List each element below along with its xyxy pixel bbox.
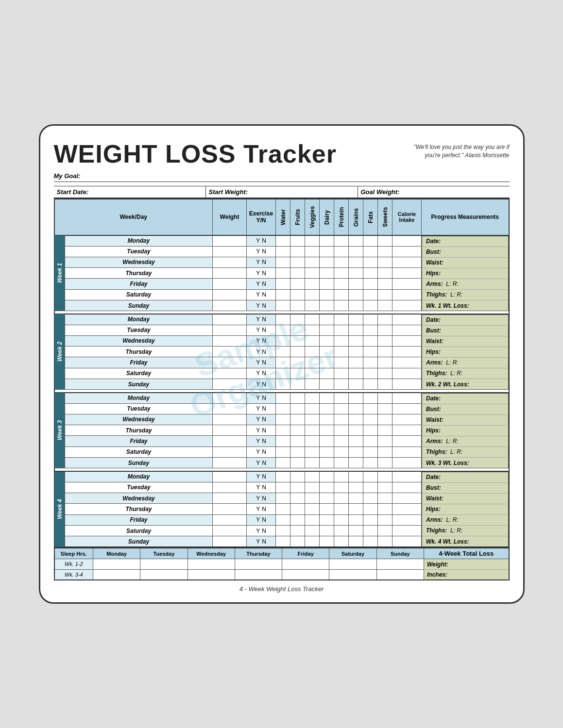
food-cell[interactable] bbox=[378, 289, 392, 300]
food-cell[interactable] bbox=[320, 325, 334, 335]
sleep-data-cell[interactable] bbox=[93, 569, 140, 580]
food-cell[interactable] bbox=[349, 289, 363, 300]
exercise-cell[interactable]: YN bbox=[247, 257, 276, 267]
food-cell[interactable] bbox=[363, 425, 378, 436]
exercise-cell[interactable]: YN bbox=[247, 246, 276, 257]
food-cell[interactable] bbox=[276, 482, 290, 493]
sleep-data-cell[interactable] bbox=[376, 559, 424, 569]
food-cell[interactable] bbox=[320, 457, 334, 468]
calorie-cell[interactable] bbox=[392, 447, 422, 457]
food-cell[interactable] bbox=[290, 536, 305, 547]
food-cell[interactable] bbox=[320, 482, 334, 493]
exercise-cell[interactable]: YN bbox=[247, 493, 276, 503]
exercise-cell[interactable]: YN bbox=[247, 347, 276, 357]
calorie-cell[interactable] bbox=[392, 368, 422, 379]
food-cell[interactable] bbox=[334, 335, 349, 346]
food-cell[interactable] bbox=[334, 268, 349, 279]
sleep-data-cell[interactable] bbox=[140, 569, 188, 580]
food-cell[interactable] bbox=[363, 357, 378, 368]
calorie-cell[interactable] bbox=[392, 536, 422, 547]
calorie-cell[interactable] bbox=[392, 393, 422, 403]
food-cell[interactable] bbox=[320, 257, 334, 267]
exercise-cell[interactable]: YN bbox=[247, 314, 276, 325]
food-cell[interactable] bbox=[276, 393, 290, 403]
calorie-cell[interactable] bbox=[392, 300, 422, 311]
food-cell[interactable] bbox=[378, 325, 392, 335]
food-cell[interactable] bbox=[363, 393, 378, 403]
food-cell[interactable] bbox=[349, 257, 363, 267]
food-cell[interactable] bbox=[320, 414, 334, 425]
food-cell[interactable] bbox=[334, 325, 349, 335]
food-cell[interactable] bbox=[276, 335, 290, 346]
calorie-cell[interactable] bbox=[392, 325, 422, 335]
weight-cell[interactable] bbox=[213, 471, 247, 482]
food-cell[interactable] bbox=[349, 436, 363, 447]
food-cell[interactable] bbox=[276, 268, 290, 279]
food-cell[interactable] bbox=[349, 335, 363, 346]
food-cell[interactable] bbox=[349, 268, 363, 279]
food-cell[interactable] bbox=[290, 235, 305, 246]
exercise-cell[interactable]: YN bbox=[247, 447, 276, 457]
food-cell[interactable] bbox=[320, 493, 334, 503]
food-cell[interactable] bbox=[349, 471, 363, 482]
food-cell[interactable] bbox=[290, 457, 305, 468]
sleep-data-cell[interactable] bbox=[235, 569, 282, 580]
food-cell[interactable] bbox=[290, 471, 305, 482]
food-cell[interactable] bbox=[378, 368, 392, 379]
food-cell[interactable] bbox=[276, 514, 290, 525]
food-cell[interactable] bbox=[349, 457, 363, 468]
weight-cell[interactable] bbox=[213, 235, 247, 246]
sleep-data-cell[interactable] bbox=[282, 559, 329, 569]
food-cell[interactable] bbox=[305, 268, 320, 279]
calorie-cell[interactable] bbox=[392, 357, 422, 368]
food-cell[interactable] bbox=[363, 314, 378, 325]
food-cell[interactable] bbox=[334, 514, 349, 525]
food-cell[interactable] bbox=[349, 235, 363, 246]
calorie-cell[interactable] bbox=[392, 482, 422, 493]
food-cell[interactable] bbox=[349, 504, 363, 514]
exercise-cell[interactable]: YN bbox=[247, 300, 276, 311]
food-cell[interactable] bbox=[349, 246, 363, 257]
exercise-cell[interactable]: YN bbox=[247, 279, 276, 289]
food-cell[interactable] bbox=[363, 525, 378, 536]
food-cell[interactable] bbox=[334, 368, 349, 379]
exercise-cell[interactable]: YN bbox=[247, 482, 276, 493]
food-cell[interactable] bbox=[276, 403, 290, 414]
sleep-data-cell[interactable] bbox=[188, 559, 235, 569]
food-cell[interactable] bbox=[290, 493, 305, 503]
food-cell[interactable] bbox=[378, 504, 392, 514]
exercise-cell[interactable]: YN bbox=[247, 504, 276, 514]
food-cell[interactable] bbox=[305, 504, 320, 514]
food-cell[interactable] bbox=[363, 514, 378, 525]
food-cell[interactable] bbox=[290, 393, 305, 403]
food-cell[interactable] bbox=[290, 347, 305, 357]
food-cell[interactable] bbox=[349, 393, 363, 403]
food-cell[interactable] bbox=[363, 379, 378, 389]
food-cell[interactable] bbox=[305, 414, 320, 425]
food-cell[interactable] bbox=[363, 471, 378, 482]
exercise-cell[interactable]: YN bbox=[247, 379, 276, 389]
food-cell[interactable] bbox=[276, 447, 290, 457]
food-cell[interactable] bbox=[334, 257, 349, 267]
exercise-cell[interactable]: YN bbox=[247, 357, 276, 368]
food-cell[interactable] bbox=[276, 471, 290, 482]
weight-cell[interactable] bbox=[213, 514, 247, 525]
food-cell[interactable] bbox=[276, 257, 290, 267]
food-cell[interactable] bbox=[349, 347, 363, 357]
food-cell[interactable] bbox=[363, 279, 378, 289]
food-cell[interactable] bbox=[349, 493, 363, 503]
food-cell[interactable] bbox=[305, 289, 320, 300]
food-cell[interactable] bbox=[320, 314, 334, 325]
food-cell[interactable] bbox=[320, 514, 334, 525]
food-cell[interactable] bbox=[276, 300, 290, 311]
food-cell[interactable] bbox=[276, 347, 290, 357]
food-cell[interactable] bbox=[378, 393, 392, 403]
calorie-cell[interactable] bbox=[392, 493, 422, 503]
food-cell[interactable] bbox=[363, 347, 378, 357]
food-cell[interactable] bbox=[363, 289, 378, 300]
food-cell[interactable] bbox=[378, 246, 392, 257]
food-cell[interactable] bbox=[305, 335, 320, 346]
food-cell[interactable] bbox=[276, 368, 290, 379]
food-cell[interactable] bbox=[290, 379, 305, 389]
food-cell[interactable] bbox=[305, 457, 320, 468]
